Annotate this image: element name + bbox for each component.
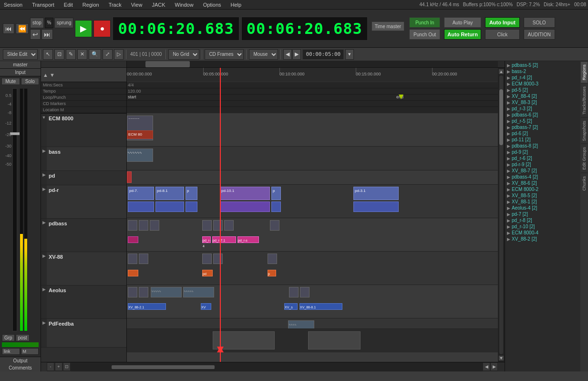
- h-scroll-top-thumb[interactable]: [145, 61, 190, 67]
- aeolus-blue-1[interactable]: XV_88-2.1: [128, 303, 166, 310]
- tab-snapshots[interactable]: Snapshots: [581, 117, 588, 144]
- pdbass-bar-2[interactable]: [139, 220, 148, 231]
- snap-select[interactable]: CD Frames: [205, 49, 244, 60]
- timecode-display[interactable]: 00:00:05:00: [302, 49, 344, 60]
- post-button[interactable]: post: [16, 334, 30, 341]
- time-master-button[interactable]: Time master: [371, 21, 404, 31]
- pdr-region-3[interactable]: p: [186, 187, 197, 200]
- region-list-item-1[interactable]: ▶bass-2: [505, 68, 580, 74]
- menu-track[interactable]: Track: [107, 2, 124, 8]
- track-expand-aeolus[interactable]: ▶: [41, 286, 47, 318]
- menu-transport[interactable]: Transport: [30, 2, 56, 8]
- punch-in-button[interactable]: Punch In: [409, 17, 440, 28]
- xv88-orange-2[interactable]: pd: [202, 270, 213, 276]
- region-list-item-4[interactable]: ▶pd-5 [2]: [505, 87, 580, 93]
- jump-start-button[interactable]: ⏮: [3, 23, 14, 34]
- region-list-item-2[interactable]: ▶pd_r-4 [2]: [505, 74, 580, 81]
- draw-tool-button[interactable]: ✎: [66, 49, 76, 60]
- xv88-bar-1[interactable]: [128, 254, 137, 264]
- time-display-left[interactable]: 00:06:20.683: [113, 17, 239, 41]
- solo-strip-button[interactable]: Solo: [21, 78, 40, 85]
- pdbass-bar-3[interactable]: [150, 220, 159, 231]
- region-list-item-12[interactable]: ▶pd-11 [2]: [505, 137, 580, 143]
- xv88-bar-5[interactable]: [268, 254, 277, 264]
- mini-overview[interactable]: [127, 328, 498, 352]
- pdbass-pink-1[interactable]: [128, 236, 138, 243]
- grp-button[interactable]: Grp: [2, 334, 15, 341]
- track-lane-ecm8000[interactable]: ~~~~~ ECM 80: [127, 113, 498, 147]
- aeolus-bar-3[interactable]: [289, 287, 299, 297]
- pdbass-bar-6[interactable]: [224, 220, 234, 231]
- select-tool-button[interactable]: ↖: [43, 49, 53, 60]
- play-button[interactable]: ▶: [75, 20, 92, 37]
- aeolus-blue-2[interactable]: XV: [201, 303, 211, 310]
- region-list-item-26[interactable]: ▶pd_r-10 [2]: [505, 223, 580, 230]
- rewind-button[interactable]: ⏪: [16, 23, 29, 34]
- time-display-right[interactable]: 00:06:20.683: [241, 17, 368, 41]
- zoom-tool-button[interactable]: 🔍: [89, 49, 101, 60]
- region-list-item-10[interactable]: ▶pdbass-7 [2]: [505, 124, 580, 130]
- region-list-item-23[interactable]: ▶Aeolus-4 [2]: [505, 205, 580, 211]
- erase-tool-button[interactable]: ✕: [77, 49, 87, 60]
- tab-chunks[interactable]: Chunks: [581, 173, 588, 194]
- pdr-region-row2-3[interactable]: [186, 201, 197, 212]
- nav-left-button[interactable]: ◀: [283, 49, 292, 60]
- track-expand-bass[interactable]: ▶: [41, 147, 47, 170]
- region-list-item-7[interactable]: ▶pd_r-3 [2]: [505, 106, 580, 112]
- v-scroll-up-button[interactable]: ▲: [498, 69, 504, 74]
- track-lane-pdr[interactable]: pd-7. pd-8.1 p pd-10.1 p pd-3.: [127, 185, 498, 218]
- m-button[interactable]: M: [21, 348, 39, 355]
- pdr-region-4[interactable]: pd-10.1: [220, 187, 270, 200]
- region-list-item-3[interactable]: ▶ECM 8000-3: [505, 81, 580, 87]
- punch-out-button[interactable]: Punch Out: [409, 29, 440, 40]
- tab-tracks-busses[interactable]: Tracks/Busses: [581, 83, 588, 117]
- mini-overview-region-1[interactable]: [213, 331, 275, 349]
- stop-button[interactable]: stop: [30, 18, 44, 28]
- region-list-item-28[interactable]: ▶XV_88-2 [2]: [505, 236, 580, 242]
- v-scroll-down-button[interactable]: ▼: [498, 355, 504, 361]
- solo-button[interactable]: SOLO: [524, 17, 555, 28]
- header-arrow-down[interactable]: ▼: [50, 72, 55, 78]
- pdr-region-5[interactable]: p: [271, 187, 281, 200]
- region-list-item-13[interactable]: ▶pdbass-8 [2]: [505, 143, 580, 149]
- pdr-region-row2-4[interactable]: [220, 201, 270, 212]
- timecode-expand-button[interactable]: ▾: [345, 49, 354, 60]
- menu-window[interactable]: Window: [173, 2, 196, 8]
- region-list-item-18[interactable]: ▶pdbass-4 [2]: [505, 174, 580, 180]
- record-button[interactable]: ●: [93, 20, 111, 37]
- track-expand-pd[interactable]: ▶: [41, 171, 47, 185]
- h-scroll-top[interactable]: [127, 61, 498, 67]
- track-expand-xv88[interactable]: ▶: [41, 252, 47, 285]
- pdbass-bar-7[interactable]: [270, 220, 279, 231]
- track-lane-bass[interactable]: ∿∿∿∿∿∿: [127, 147, 498, 170]
- region-list-item-22[interactable]: ▶XV_88-1 [2]: [505, 199, 580, 205]
- mouse-mode-select[interactable]: Mouse: [249, 49, 278, 60]
- mini-overview-region-2[interactable]: [308, 331, 361, 349]
- track-expand-pdbass[interactable]: ▶: [41, 219, 47, 252]
- pdbass-bar-5[interactable]: [213, 220, 223, 231]
- track-lane-aeolus[interactable]: ∿∿∿∿∿ ∿∿∿∿∿ XV_88-2.1 XV XV_s: [127, 285, 498, 318]
- aeolus-bar-2[interactable]: [139, 287, 148, 297]
- pdr-region-1[interactable]: pd-7.: [128, 187, 154, 200]
- track-expand-pdfeedba[interactable]: ▶: [41, 319, 47, 347]
- region-list-item-20[interactable]: ▶ECM 8000-2: [505, 186, 580, 192]
- fader-thumb[interactable]: [10, 132, 21, 135]
- jump-end-button[interactable]: ⏭: [41, 29, 53, 40]
- nav-right-button[interactable]: ▶: [292, 49, 301, 60]
- region-list-item-15[interactable]: ▶pd_r-6 [2]: [505, 155, 580, 161]
- pdr-region-6[interactable]: pd-3.1: [353, 187, 399, 200]
- fader-track[interactable]: [12, 88, 17, 331]
- aeolus-wave-2[interactable]: ∿∿∿∿∿: [183, 287, 214, 297]
- region-list-item-21[interactable]: ▶XV_88-5 [2]: [505, 192, 580, 199]
- region-list-item-14[interactable]: ▶pd-9 [2]: [505, 149, 580, 155]
- region-list-item-19[interactable]: ▶XV_88-6 [2]: [505, 180, 580, 186]
- region-list-item-25[interactable]: ▶pd_r-8 [2]: [505, 217, 580, 223]
- v-scroll-track[interactable]: [499, 75, 503, 354]
- auto-play-button[interactable]: Auto Play: [444, 17, 481, 28]
- aeolus-blue-3[interactable]: XV_s: [284, 303, 298, 310]
- track-lane-pdbass[interactable]: pd_r-4 pd_r-7.1 pd_r-s: [127, 218, 498, 252]
- track-lane-pd[interactable]: [127, 170, 498, 185]
- timeline-canvas[interactable]: 00:00:00.000 00:05:00.000 00:10:00.000 0…: [127, 68, 498, 362]
- grid-select[interactable]: No Grid: [168, 49, 199, 60]
- xv88-orange-1[interactable]: [128, 270, 138, 276]
